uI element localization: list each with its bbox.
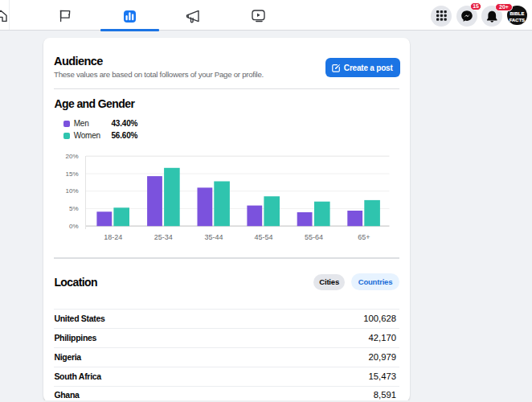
svg-text:0%: 0% [69,223,79,230]
svg-text:BIBLE: BIBLE [510,11,525,16]
svg-text:5%: 5% [69,205,79,212]
svg-text:65+: 65+ [358,233,370,241]
svg-text:FACTS: FACTS [509,18,526,23]
svg-text:18-24: 18-24 [104,233,122,241]
svg-text:20%: 20% [65,153,78,160]
svg-text:10%: 10% [65,187,78,195]
svg-text:15: 15 [473,5,479,10]
svg-text:55-64: 55-64 [305,233,323,241]
svg-text:20+: 20+ [499,5,509,10]
svg-text:35-44: 35-44 [204,233,223,241]
svg-text:25-34: 25-34 [154,233,173,241]
svg-text:45-54: 45-54 [254,233,272,241]
svg-text:15%: 15% [65,170,78,178]
